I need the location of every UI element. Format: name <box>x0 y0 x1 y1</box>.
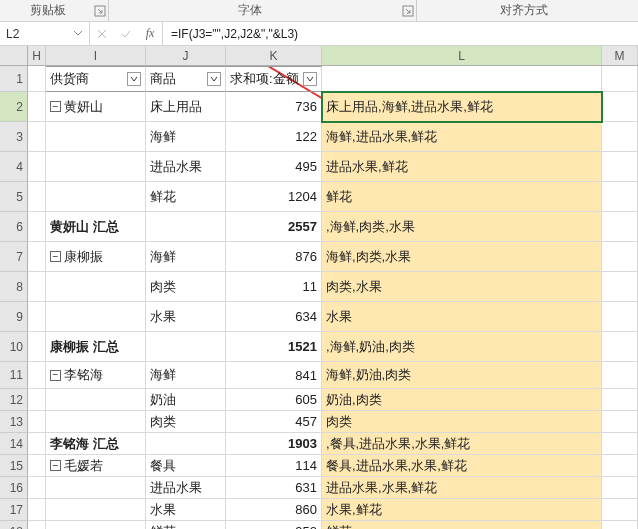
cancel-formula-button[interactable] <box>90 22 114 46</box>
row-header[interactable]: 5 <box>0 182 28 212</box>
cell-product[interactable]: 床上用品 <box>146 92 226 122</box>
cell-amount[interactable]: 952 <box>226 521 322 529</box>
cell-concat[interactable]: 进品水果,鲜花 <box>322 152 602 182</box>
cell-product[interactable]: 肉类 <box>146 411 226 433</box>
accept-formula-button[interactable] <box>114 22 138 46</box>
collapse-icon[interactable]: − <box>50 101 61 112</box>
cell-product[interactable]: 肉类 <box>146 272 226 302</box>
cell-amount[interactable]: 631 <box>226 477 322 499</box>
row-header[interactable]: 2 <box>0 92 28 122</box>
cell-concat[interactable]: 肉类,水果 <box>322 272 602 302</box>
pivot-header-cell[interactable]: 商品 <box>146 66 226 92</box>
row-header[interactable]: 11 <box>0 362 28 389</box>
pivot-header-cell[interactable]: 供货商 <box>46 66 146 92</box>
cell[interactable] <box>28 242 46 272</box>
select-all-corner[interactable] <box>0 46 28 65</box>
row-header[interactable]: 1 <box>0 66 28 92</box>
cell-amount[interactable]: 11 <box>226 272 322 302</box>
cell-amount[interactable]: 495 <box>226 152 322 182</box>
cell-product[interactable]: 鲜花 <box>146 521 226 529</box>
cell-amount[interactable]: 1903 <box>226 433 322 455</box>
cell-concat[interactable]: 鲜花 <box>322 182 602 212</box>
cell-supplier[interactable] <box>46 182 146 212</box>
col-header-M[interactable]: M <box>602 46 638 65</box>
cell-product[interactable]: 进品水果 <box>146 152 226 182</box>
col-header-H[interactable]: H <box>28 46 46 65</box>
cell[interactable] <box>28 362 46 389</box>
col-header-J[interactable]: J <box>146 46 226 65</box>
cell[interactable] <box>602 362 638 389</box>
pivot-header-cell[interactable]: 求和项:金额 <box>226 66 322 92</box>
cell[interactable] <box>28 122 46 152</box>
cell-supplier[interactable] <box>46 477 146 499</box>
cell-product[interactable]: 奶油 <box>146 389 226 411</box>
cell-concat[interactable]: 鲜花 <box>322 521 602 529</box>
cell-supplier[interactable]: −毛媛若 <box>46 455 146 477</box>
cell-supplier[interactable]: −黄妍山 <box>46 92 146 122</box>
formula-input[interactable]: =IF(J3="",J2,J2&","&L3) <box>163 22 638 45</box>
cell[interactable] <box>602 521 638 529</box>
cell[interactable] <box>28 272 46 302</box>
cell-amount[interactable]: 841 <box>226 362 322 389</box>
cell[interactable] <box>602 433 638 455</box>
cell-product[interactable] <box>146 433 226 455</box>
cell-product[interactable] <box>146 332 226 362</box>
spreadsheet-grid[interactable]: H I J K L M 1供货商商品求和项:金额2−黄妍山床上用品736床上用品… <box>0 46 638 529</box>
cell[interactable] <box>602 122 638 152</box>
row-header[interactable]: 6 <box>0 212 28 242</box>
cell-concat[interactable]: ,餐具,进品水果,水果,鲜花 <box>322 433 602 455</box>
collapse-icon[interactable]: − <box>50 460 61 471</box>
cell-amount[interactable]: 605 <box>226 389 322 411</box>
cell-concat[interactable]: ,海鲜,奶油,肉类 <box>322 332 602 362</box>
cell[interactable] <box>602 302 638 332</box>
row-header[interactable]: 13 <box>0 411 28 433</box>
row-header[interactable]: 3 <box>0 122 28 152</box>
cell-concat[interactable]: 海鲜,肉类,水果 <box>322 242 602 272</box>
cell[interactable] <box>322 66 602 92</box>
cell[interactable] <box>28 182 46 212</box>
row-header[interactable]: 18 <box>0 521 28 529</box>
cell-supplier[interactable] <box>46 499 146 521</box>
cell[interactable] <box>28 152 46 182</box>
row-header[interactable]: 4 <box>0 152 28 182</box>
cell[interactable] <box>602 152 638 182</box>
cell[interactable] <box>602 92 638 122</box>
filter-dropdown-button[interactable] <box>127 72 141 86</box>
filter-dropdown-button[interactable] <box>207 72 221 86</box>
name-box[interactable]: L2 <box>0 22 90 45</box>
cell-supplier[interactable] <box>46 411 146 433</box>
cell-amount[interactable]: 634 <box>226 302 322 332</box>
row-header[interactable]: 10 <box>0 332 28 362</box>
cell-amount[interactable]: 1204 <box>226 182 322 212</box>
cell-supplier[interactable] <box>46 521 146 529</box>
col-header-L[interactable]: L <box>322 46 602 65</box>
fx-button[interactable]: fx <box>138 22 162 46</box>
cell-product[interactable]: 餐具 <box>146 455 226 477</box>
row-header[interactable]: 14 <box>0 433 28 455</box>
cell-amount[interactable]: 114 <box>226 455 322 477</box>
cell-amount[interactable]: 457 <box>226 411 322 433</box>
row-header[interactable]: 12 <box>0 389 28 411</box>
cell[interactable] <box>602 389 638 411</box>
cell[interactable] <box>602 66 638 92</box>
cell[interactable] <box>28 477 46 499</box>
cell[interactable] <box>28 66 46 92</box>
cell[interactable] <box>28 521 46 529</box>
cell-supplier[interactable] <box>46 152 146 182</box>
dialog-launcher-icon[interactable] <box>94 5 106 17</box>
chevron-down-icon[interactable] <box>73 27 83 41</box>
collapse-icon[interactable]: − <box>50 251 61 262</box>
cell-supplier[interactable]: 康柳振 汇总 <box>46 332 146 362</box>
cell-supplier[interactable] <box>46 272 146 302</box>
col-header-I[interactable]: I <box>46 46 146 65</box>
cell-product[interactable]: 海鲜 <box>146 242 226 272</box>
cell[interactable] <box>602 272 638 302</box>
cell[interactable] <box>28 302 46 332</box>
cell[interactable] <box>602 242 638 272</box>
collapse-icon[interactable]: − <box>50 370 61 381</box>
cell-supplier[interactable]: −康柳振 <box>46 242 146 272</box>
cell[interactable] <box>602 332 638 362</box>
cell-concat[interactable]: ,海鲜,肉类,水果 <box>322 212 602 242</box>
row-header[interactable]: 7 <box>0 242 28 272</box>
row-header[interactable]: 16 <box>0 477 28 499</box>
